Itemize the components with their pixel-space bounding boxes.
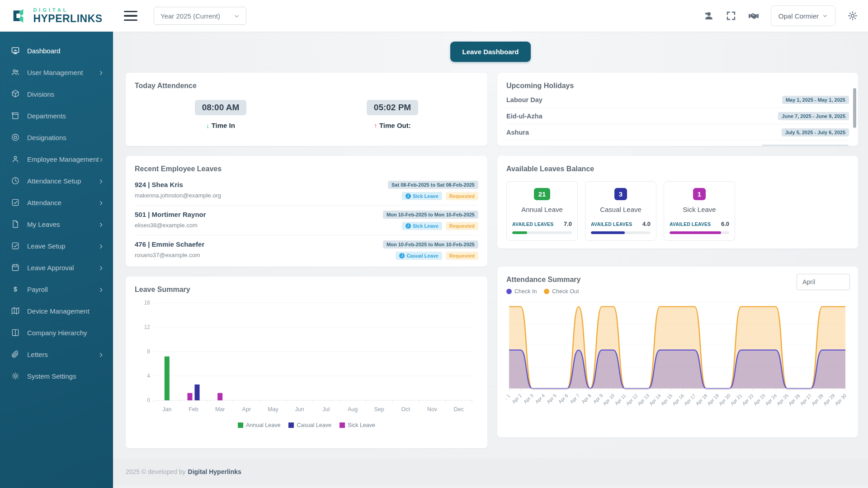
month-select[interactable]: April <box>797 274 850 290</box>
balance-card-annual-leave: 21Annual LeaveAVAILED LEAVES7.0 <box>506 181 578 241</box>
sidebar-item-letters[interactable]: Letters <box>0 343 113 365</box>
sidebar-item-attendance-setup[interactable]: Attendance Setup <box>0 170 113 192</box>
legend-item-casual-leave[interactable]: Casual Leave <box>288 422 331 428</box>
logo-mark-icon <box>10 7 28 25</box>
time-out-label: ↑ Time Out: <box>374 122 410 129</box>
availed-label: AVAILED LEAVES <box>670 221 711 227</box>
sidebar-item-leave-setup[interactable]: Leave Setup <box>0 235 113 257</box>
year-select[interactable]: Year 2025 (Current) <box>154 7 246 25</box>
sidebar-item-attendance[interactable]: Attendance <box>0 192 113 213</box>
chevron-down-icon <box>822 13 828 19</box>
designations-icon <box>11 133 20 142</box>
sidebar-item-payroll[interactable]: $Payroll <box>0 278 113 300</box>
legend-item-check-in[interactable]: Check In <box>506 288 537 295</box>
svg-text:Apr 3: Apr 3 <box>522 393 534 404</box>
leave-status-badge: Requested <box>446 252 478 260</box>
holiday-dates-badge: July 5, 2025 - July 6, 2025 <box>782 128 849 136</box>
sidebar-item-label: Leave Setup <box>27 242 98 250</box>
card-title: Upcoming Holidays <box>506 82 849 90</box>
sidebar-item-departments[interactable]: Departments <box>0 105 113 127</box>
legend-item-annual-leave[interactable]: Annual Leave <box>238 422 280 428</box>
legend-label: Casual Leave <box>297 422 331 428</box>
sidebar-item-dashboard[interactable]: Dashboard <box>0 40 113 61</box>
leave-status-badge: Requested <box>446 222 478 230</box>
user-menu[interactable]: Opal Cormier <box>771 5 835 26</box>
leave-status-badge: Requested <box>446 192 478 200</box>
holiday-dates-badge: May 1, 2025 - May 1, 2025 <box>782 96 849 104</box>
legend-dot <box>506 289 512 294</box>
main-content: Leave Dashboard Today Attendence 08:00 A… <box>113 32 868 488</box>
sidebar-item-device-management[interactable]: Device Management <box>0 300 113 322</box>
recent-leaves-card: Recent Employee Leaves 924 | Shea Krisma… <box>126 156 487 267</box>
scrollbar-thumb[interactable] <box>853 88 856 128</box>
leave-row: 501 | Mortimer Raynoreliseo38@example.co… <box>135 206 478 235</box>
settings-gear-icon[interactable] <box>847 10 858 21</box>
legend-swatch <box>288 422 294 428</box>
clock-icon <box>11 176 20 185</box>
sidebar-item-user-management[interactable]: User Management <box>0 61 113 83</box>
sidebar-item-employee-management[interactable]: Employee Management <box>0 148 113 170</box>
leave-summary-chart: 0481216JanFebMarAprMayJunJulAugSepOctNov… <box>135 294 478 419</box>
sidebar-item-designations[interactable]: Designations <box>0 127 113 148</box>
paperclip-icon <box>11 350 20 359</box>
chevron-right-icon <box>98 221 104 227</box>
users-icon <box>11 68 20 77</box>
svg-text:Apr 24: Apr 24 <box>764 393 778 406</box>
sidebar-item-label: Attendance <box>27 199 98 206</box>
app-logo[interactable]: DIGITAL HYPERLINKS <box>0 7 113 25</box>
gear-icon <box>11 371 20 380</box>
leave-dashboard-button[interactable]: Leave Dashboard <box>450 42 530 62</box>
svg-text:Apr 25: Apr 25 <box>776 393 789 406</box>
leave-count-badge: 1 <box>693 188 706 200</box>
svg-text:Mar: Mar <box>215 406 225 413</box>
legend-item-check-out[interactable]: Check Out <box>544 288 579 295</box>
sidebar-item-divisions[interactable]: Divisions <box>0 83 113 105</box>
leave-dates-badge: Mon 10-Feb-2025 to Mon 10-Feb-2025 <box>383 211 478 219</box>
info-icon: i <box>399 253 405 258</box>
sidebar-item-label: Attendance Setup <box>27 177 98 185</box>
svg-text:Apr 11: Apr 11 <box>613 393 627 406</box>
employee-name[interactable]: 924 | Shea Kris <box>135 181 221 188</box>
footer-brand[interactable]: Digital Hyperlinks <box>188 468 241 475</box>
svg-text:Nov: Nov <box>427 406 438 413</box>
svg-text:Feb: Feb <box>189 406 198 413</box>
svg-text:12: 12 <box>144 324 151 330</box>
handshake-icon[interactable] <box>748 10 759 21</box>
svg-text:Apr 6: Apr 6 <box>557 393 569 404</box>
sidebar-item-system-settings[interactable]: System Settings <box>0 365 113 387</box>
leave-count-badge: 3 <box>614 188 627 200</box>
arrow-up-icon: ↑ <box>374 122 377 129</box>
menu-toggle-icon[interactable] <box>124 11 137 21</box>
availed-value: 7.0 <box>564 221 572 227</box>
divisions-icon <box>11 89 20 99</box>
availed-label: AVAILED LEAVES <box>591 221 632 227</box>
legend-swatch <box>340 422 345 428</box>
sidebar-item-label: Company Hierarchy <box>27 329 104 337</box>
leave-type-name: Sick Leave <box>683 206 716 213</box>
svg-text:Apr 26: Apr 26 <box>787 393 801 406</box>
legend-item-sick-leave[interactable]: Sick Leave <box>340 422 375 428</box>
svg-text:Apr 13: Apr 13 <box>637 393 650 406</box>
sidebar-item-company-hierarchy[interactable]: Company Hierarchy <box>0 322 113 343</box>
holiday-row: Eid-ul-AzhaJune 7, 2025 - June 9, 2025 <box>506 108 849 124</box>
info-icon: i <box>406 223 411 229</box>
sidebar-item-label: Letters <box>27 351 98 358</box>
svg-text:Apr 2: Apr 2 <box>511 393 523 404</box>
svg-text:Apr 27: Apr 27 <box>799 393 812 406</box>
profile-icon[interactable] <box>703 10 714 21</box>
svg-text:Apr 1: Apr 1 <box>506 393 511 404</box>
fullscreen-icon[interactable] <box>726 10 736 21</box>
employee-name[interactable]: 476 | Emmie Schaefer <box>135 240 204 248</box>
info-icon: i <box>406 193 411 199</box>
svg-text:Apr 20: Apr 20 <box>718 393 731 406</box>
upcoming-holidays-card: Upcoming Holidays Labour DayMay 1, 2025 … <box>497 73 858 146</box>
leave-type-badge: iSick Leave <box>402 192 442 200</box>
svg-text:Jul: Jul <box>322 406 330 413</box>
layout-icon <box>11 328 20 337</box>
employee-name[interactable]: 501 | Mortimer Raynor <box>135 211 206 218</box>
sidebar-item-leave-approval[interactable]: Leave Approval <box>0 257 113 278</box>
leave-count-badge: 21 <box>534 188 551 200</box>
sidebar-item-my-leaves[interactable]: My Leaves <box>0 213 113 235</box>
svg-text:$: $ <box>14 286 17 293</box>
svg-text:Apr 22: Apr 22 <box>741 393 755 406</box>
